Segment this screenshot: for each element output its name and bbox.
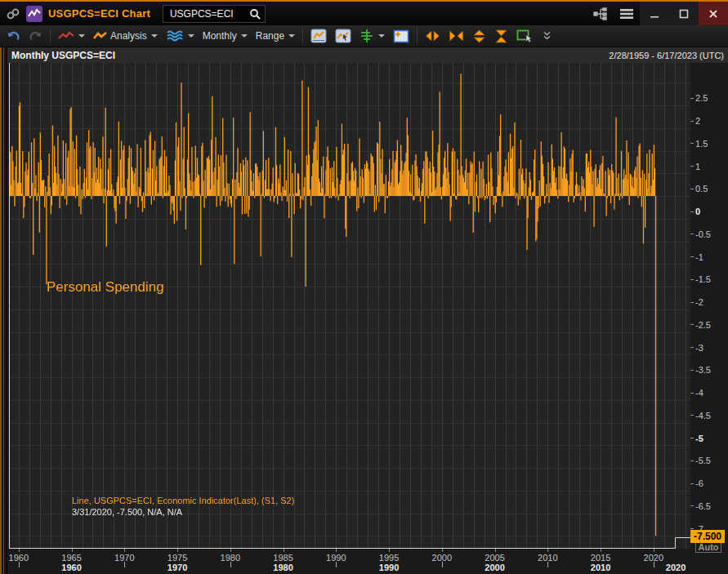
x-decade-label: 1990 xyxy=(379,563,399,572)
undo-button[interactable] xyxy=(3,27,24,45)
y-axis-tick: 1.5 xyxy=(690,139,708,149)
tick-mark xyxy=(690,166,694,167)
x-axis-decade-tick xyxy=(336,562,337,567)
x-axis-tick xyxy=(124,549,125,552)
tick-mark xyxy=(690,347,694,348)
tick-mark xyxy=(690,256,694,257)
zoom-select-button[interactable] xyxy=(513,27,538,45)
tick-mark xyxy=(690,438,694,438)
symbol-search-box[interactable] xyxy=(163,5,266,23)
chart-edit-button[interactable] xyxy=(332,27,355,45)
range-label: Range xyxy=(256,30,284,42)
legend-values-line: 3/31/2020, -7.500, N/A, N/A xyxy=(72,506,294,518)
link-channel-icon[interactable] xyxy=(6,7,20,20)
axis-auto-button[interactable]: Auto xyxy=(695,541,721,553)
expand-vertical-button[interactable] xyxy=(469,27,489,45)
x-axis-tick xyxy=(284,549,284,552)
y-axis-tick: 2.5 xyxy=(690,93,708,103)
y-axis-tick: -5.5 xyxy=(690,456,711,465)
y-axis-tick: 0 xyxy=(690,207,700,216)
x-tick-label: 1975 xyxy=(167,553,187,563)
y-axis-tick: -3 xyxy=(690,343,703,353)
x-axis-tick xyxy=(654,549,654,552)
toolbar-separator xyxy=(417,29,418,43)
x-axis-tick xyxy=(389,549,390,552)
minimize-button[interactable] xyxy=(640,2,669,25)
y-tick-label: -5.5 xyxy=(695,456,711,465)
price-chart-canvas[interactable] xyxy=(9,63,690,549)
y-axis-tick: -0.5 xyxy=(690,229,711,239)
chevron-down-icon xyxy=(288,34,295,38)
compress-vertical-button[interactable] xyxy=(491,27,511,45)
menu-icon[interactable] xyxy=(614,2,640,25)
x-axis-tick xyxy=(336,549,337,552)
x-tick-label: 2015 xyxy=(591,553,610,563)
y-tick-label: -6 xyxy=(695,478,703,488)
redo-button[interactable] xyxy=(25,27,46,45)
y-axis-tick: -1.5 xyxy=(690,274,711,284)
y-tick-label: -1.5 xyxy=(695,274,711,284)
maximize-button[interactable] xyxy=(669,2,699,25)
tick-mark xyxy=(690,302,694,303)
tick-mark xyxy=(690,324,694,325)
y-tick-label: -4 xyxy=(695,388,703,398)
chevron-down-icon xyxy=(241,34,248,38)
x-decade-label: 1970 xyxy=(167,563,187,572)
chevron-down-icon xyxy=(188,34,194,38)
y-axis[interactable]: -7.500 Auto 2.521.510.50-0.5-1-1.5-2-2.5… xyxy=(690,63,728,574)
add-subchart-button[interactable] xyxy=(390,27,413,45)
x-axis-decade-tick xyxy=(19,562,20,567)
tick-mark xyxy=(690,143,694,144)
chart-panel: Monthly USGPCS=ECI 2/28/1959 - 6/17/2023… xyxy=(0,47,728,574)
y-tick-label: 0.5 xyxy=(695,184,708,194)
chart-title: Monthly USGPCS=ECI xyxy=(11,50,115,61)
search-icon[interactable] xyxy=(249,8,265,20)
linking-tree-icon[interactable] xyxy=(587,2,614,25)
range-dropdown[interactable]: Range xyxy=(252,27,298,45)
x-axis-decade-tick xyxy=(654,562,654,567)
x-tick-label: 1965 xyxy=(61,553,81,563)
analysis-button[interactable]: Analysis xyxy=(90,27,161,45)
more-tools-button[interactable] xyxy=(539,27,555,45)
analysis-label: Analysis xyxy=(110,30,147,42)
y-axis-tick: -6 xyxy=(690,478,703,488)
y-tick-label: 2 xyxy=(695,116,700,126)
plot-area[interactable] xyxy=(9,63,690,549)
tick-mark xyxy=(690,98,694,99)
y-tick-label: -5 xyxy=(695,434,703,443)
line-style-button[interactable] xyxy=(55,27,88,45)
panel-edge-handle[interactable] xyxy=(0,47,7,574)
chart-type-button[interactable] xyxy=(307,27,330,45)
chevron-down-icon xyxy=(151,34,158,38)
levels-button[interactable] xyxy=(356,27,388,45)
tick-mark xyxy=(690,528,694,529)
tick-mark xyxy=(690,121,694,122)
expand-horizontal-button[interactable] xyxy=(422,27,444,45)
y-axis-tick: -6.5 xyxy=(690,501,711,511)
y-axis-tick: -4 xyxy=(690,388,703,398)
tick-mark xyxy=(690,483,694,484)
chart-toolbar: Analysis Monthly Range xyxy=(0,25,728,47)
interval-dropdown[interactable]: Monthly xyxy=(199,27,251,45)
x-axis[interactable]: 1960196519701975198019851990199520002005… xyxy=(7,549,728,574)
tick-mark xyxy=(690,393,694,394)
smoothing-waves-button[interactable] xyxy=(163,27,198,45)
chevron-down-icon xyxy=(378,34,385,38)
y-axis-tick: 0.5 xyxy=(690,184,708,194)
x-tick-label: 2005 xyxy=(485,553,504,563)
close-button[interactable] xyxy=(699,2,728,25)
chart-annotation[interactable]: Personal Spending xyxy=(47,279,164,296)
series-legend[interactable]: Line, USGPCS=ECI, Economic Indicator(Las… xyxy=(72,495,294,518)
compress-horizontal-button[interactable] xyxy=(445,27,467,45)
tick-mark xyxy=(690,415,694,416)
y-tick-label: -2.5 xyxy=(695,320,711,330)
tick-mark xyxy=(690,370,694,371)
legend-series-line: Line, USGPCS=ECI, Economic Indicator(Las… xyxy=(72,495,294,506)
y-axis-tick: -2 xyxy=(690,297,703,307)
x-decade-label: 1960 xyxy=(61,563,81,572)
y-tick-label: 0 xyxy=(695,207,700,216)
symbol-search-input[interactable] xyxy=(163,8,249,20)
tick-mark xyxy=(690,279,694,280)
x-tick-label: 1995 xyxy=(379,553,399,563)
chevron-down-icon xyxy=(78,34,85,38)
